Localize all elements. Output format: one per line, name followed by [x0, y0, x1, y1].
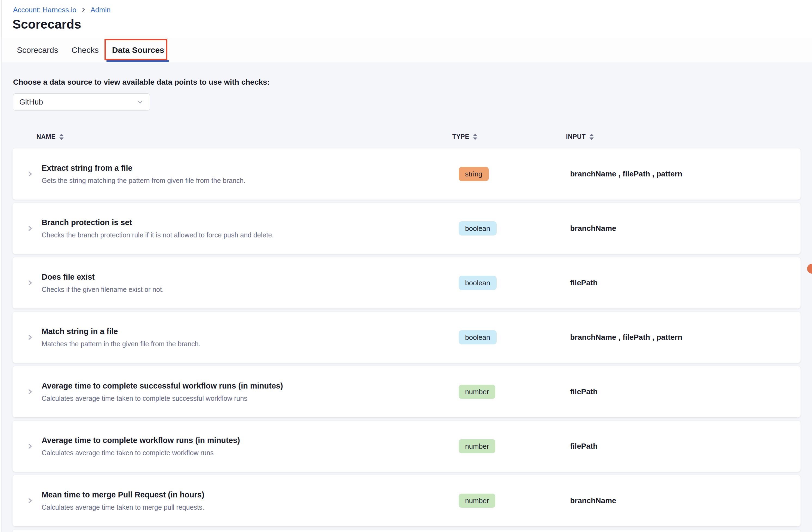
type-badge: string [459, 167, 489, 181]
datapoint-description: Calculates average time taken to merge p… [42, 503, 204, 511]
chevron-down-icon [136, 99, 144, 106]
tab-data-sources[interactable]: Data Sources [112, 38, 164, 62]
active-tab-underline [106, 60, 169, 62]
datapoint-description: Checks the branch protection rule if it … [42, 231, 274, 239]
expand-chevron-icon[interactable] [26, 388, 34, 396]
input-params: branchName , filePath , pattern [570, 170, 682, 178]
left-edge-divider [0, 0, 2, 532]
type-badge: number [459, 385, 495, 399]
datapoint-name: Average time to complete successful work… [42, 381, 283, 390]
page-title: Scorecards [13, 17, 81, 31]
type-badge: number [459, 439, 495, 453]
input-params: filePath [570, 279, 598, 287]
datapoint-description: Calculates average time taken to complet… [42, 449, 240, 457]
datapoint-name: Mean time to merge Pull Request (in hour… [42, 490, 204, 499]
expand-chevron-icon[interactable] [26, 497, 34, 504]
type-badge: number [459, 494, 495, 508]
input-params: filePath [570, 442, 598, 451]
breadcrumb: Account: Harness.io Admin [13, 5, 111, 14]
table-row[interactable]: Average time to complete successful work… [13, 366, 801, 417]
tab-scorecards[interactable]: Scorecards [17, 38, 58, 62]
datapoint-description: Calculates average time taken to complet… [42, 394, 283, 402]
breadcrumb-admin-link[interactable]: Admin [91, 5, 111, 14]
table-row[interactable]: Extract string from a file Gets the stri… [13, 149, 801, 199]
sort-icon [590, 134, 594, 140]
datapoint-name: Branch protection is set [42, 218, 274, 227]
datapoint-description: Matches the pattern in the given file fr… [42, 340, 201, 348]
datapoint-name: Does file exist [42, 272, 164, 281]
expand-chevron-icon[interactable] [26, 225, 34, 232]
type-badge: boolean [459, 276, 497, 290]
table-row[interactable]: Branch protection is set Checks the bran… [13, 203, 801, 254]
type-badge: boolean [459, 221, 497, 236]
datapoints-table-body: Extract string from a file Gets the stri… [13, 149, 801, 532]
table-row[interactable]: Match string in a file Matches the patte… [13, 312, 801, 363]
datapoint-name: Extract string from a file [42, 163, 245, 173]
tab-bar: Scorecards Checks Data Sources [0, 38, 812, 62]
expand-chevron-icon[interactable] [26, 334, 34, 341]
table-row-partial[interactable] [13, 530, 801, 532]
scorecards-admin-page: Account: Harness.io Admin Scorecards Sco… [0, 0, 812, 532]
table-row[interactable]: Average time to complete workflow runs (… [13, 421, 801, 472]
datapoint-description: Gets the string matching the pattern fro… [42, 177, 245, 185]
datapoint-description: Checks if the given filename exist or no… [42, 285, 164, 294]
sort-icon [59, 134, 64, 140]
input-params: branchName , filePath , pattern [570, 333, 682, 342]
expand-chevron-icon[interactable] [26, 443, 34, 450]
breadcrumb-account-link[interactable]: Account: Harness.io [13, 5, 76, 14]
expand-chevron-icon[interactable] [26, 170, 34, 178]
datasource-select[interactable]: GitHub [13, 93, 150, 111]
table-row[interactable]: Mean time to merge Pull Request (in hour… [13, 475, 801, 526]
sort-icon [473, 134, 477, 140]
column-header-input[interactable]: INPUT [566, 129, 594, 144]
datasource-select-value: GitHub [19, 98, 43, 107]
datapoint-name: Match string in a file [42, 327, 201, 336]
datapoint-name: Average time to complete workflow runs (… [42, 436, 240, 445]
chevron-right-icon [81, 7, 86, 13]
datasource-chooser-label: Choose a data source to view available d… [13, 78, 270, 87]
expand-chevron-icon[interactable] [26, 279, 34, 287]
input-params: branchName [570, 224, 617, 233]
input-params: filePath [570, 388, 598, 396]
type-badge: boolean [459, 330, 497, 345]
input-params: branchName [570, 496, 617, 505]
table-row[interactable]: Does file exist Checks if the given file… [13, 257, 801, 308]
table-header: NAME TYPE INPUT [13, 129, 801, 144]
column-header-type[interactable]: TYPE [452, 129, 477, 144]
column-header-name[interactable]: NAME [37, 129, 64, 144]
tab-checks[interactable]: Checks [72, 38, 99, 62]
